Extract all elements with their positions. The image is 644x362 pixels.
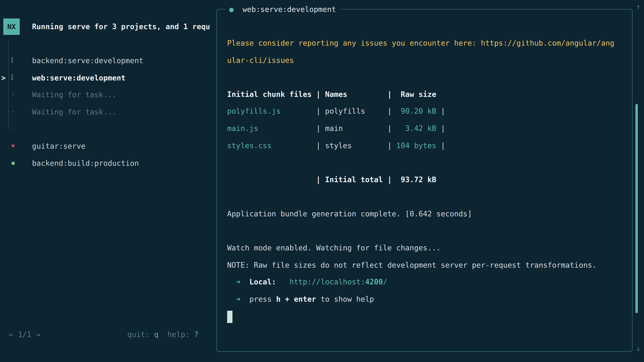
help-key: ? [194, 330, 198, 339]
task-row-waiting-1[interactable]: · Waiting for task... [0, 86, 214, 103]
page-indicator: 1/1 [14, 330, 36, 339]
scroll-down-arrow-icon[interactable]: ↓ [634, 345, 642, 353]
run-summary-title: Running serve for 3 projects, and 1 requ [32, 21, 215, 32]
localhost-link[interactable]: http://localhost: [290, 278, 365, 286]
keyboard-hints: quit: q help: ? [127, 329, 198, 340]
file-name-cell: styles.css [227, 141, 312, 149]
waiting-dot-icon: · [9, 103, 17, 120]
help-hint-label: help: [158, 330, 194, 339]
table-row-polyfills: polyfills.js | polyfills | 90.20 kB | [227, 103, 632, 120]
selection-caret-icon: > [1, 69, 6, 86]
blank-line [227, 188, 632, 205]
task-output-panel: ● web:serve:development Please consider … [216, 9, 632, 352]
task-row-backend-serve[interactable]: ⠇ backend:serve:development [0, 52, 214, 69]
task-label: backend:build:production [32, 155, 139, 172]
size-cell: 104 bytes [396, 141, 436, 149]
table-row-styles: styles.css | styles | 104 bytes | [227, 137, 632, 154]
row-tail: | [436, 107, 445, 115]
help-hint-line: ➜ press h + enter to show help [227, 291, 632, 308]
arrow-icon: ➜ [227, 295, 250, 303]
local-url-line: ➜ Local: http://localhost:4200/ [227, 274, 632, 291]
task-list: ⠇ backend:serve:development > ⠇ web:serv… [0, 52, 214, 172]
issue-notice-line-1: Please consider reporting any issues you… [227, 34, 632, 52]
initial-total-row: | Initial total | 93.72 kB [227, 171, 632, 188]
localhost-port[interactable]: 4200 [365, 278, 383, 286]
task-row-waiting-2[interactable]: · Waiting for task... [0, 103, 214, 120]
chunk-table-header: Initial chunk files | Names | Raw size [227, 86, 632, 103]
pagination: ← 1/1 → [9, 329, 40, 340]
terminal-output: Please consider reporting any issues you… [217, 9, 632, 351]
spinner-icon: ⠇ [9, 69, 17, 86]
help-keys: h + enter [276, 295, 316, 303]
help-pre-text: press [250, 295, 276, 303]
failed-cross-icon: ✖ [9, 137, 17, 155]
size-cell: 90.20 kB [396, 107, 436, 115]
quit-hint-label: quit: [127, 330, 154, 339]
gap [276, 278, 290, 286]
nx-tui: NX Running serve for 3 projects, and 1 r… [0, 0, 644, 362]
task-row-guitar-serve[interactable]: ✖ guitar:serve [0, 137, 214, 155]
watch-mode-line: Watch mode enabled. Watching for file ch… [227, 239, 632, 256]
scroll-up-arrow-icon[interactable]: ↑ [634, 2, 642, 11]
row-tail: | [436, 141, 445, 149]
nx-logo: NX [3, 18, 20, 35]
size-cell: 3.42 kB [396, 124, 436, 133]
task-row-backend-build[interactable]: ■ backend:build:production [0, 155, 214, 172]
terminal-viewport: NX Running serve for 3 projects, and 1 r… [0, 0, 644, 362]
row-tail: | [436, 124, 445, 133]
task-row-web-serve[interactable]: > ⠇ web:serve:development [0, 69, 214, 86]
name-cell: | main | [312, 124, 396, 133]
page-prev-arrow-icon[interactable]: ← [9, 330, 14, 339]
quit-key: q [154, 330, 158, 339]
task-label: Waiting for task... [32, 103, 116, 120]
note-line: NOTE: Raw file sizes do not reflect deve… [227, 256, 632, 274]
arrow-icon: ➜ [227, 278, 250, 286]
spinner-icon: ⠇ [9, 52, 17, 69]
localhost-slash[interactable]: / [383, 278, 388, 286]
local-label: Local: [250, 278, 276, 286]
block-cursor [227, 311, 232, 323]
scrollbar-thumb[interactable] [636, 104, 638, 313]
issue-notice-line-2: ular-cli/issues [227, 52, 632, 69]
task-label: guitar:serve [32, 137, 85, 155]
blank-line [227, 154, 632, 171]
waiting-dot-icon: · [9, 86, 17, 103]
name-cell: | polyfills | [312, 107, 396, 115]
blank-line [227, 222, 632, 239]
cursor-line [227, 308, 632, 325]
task-label: backend:serve:development [32, 52, 144, 69]
task-list-gap [0, 120, 214, 137]
blank-line [227, 68, 632, 86]
bundle-complete-line: Application bundle generation complete. … [227, 205, 632, 222]
table-row-main: main.js | main | 3.42 kB | [227, 120, 632, 137]
page-next-arrow-icon[interactable]: → [36, 330, 40, 339]
file-name-cell: main.js [227, 124, 312, 133]
task-label: web:serve:development [32, 69, 126, 86]
task-label: Waiting for task... [32, 86, 116, 103]
file-name-cell: polyfills.js [227, 107, 312, 115]
name-cell: | styles | [312, 141, 396, 149]
success-square-icon: ■ [9, 155, 17, 172]
help-post-text: to show help [316, 295, 374, 303]
